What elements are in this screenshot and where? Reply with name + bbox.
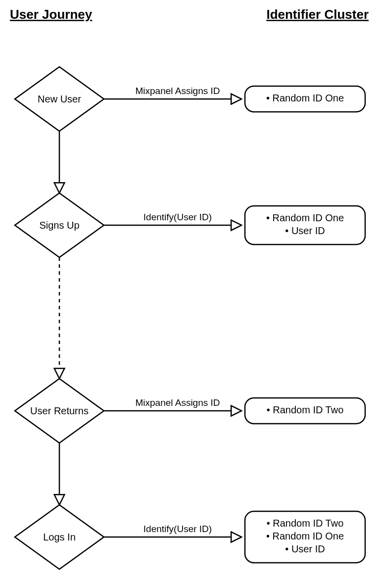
heading-identifier-cluster: Identifier Cluster (266, 7, 369, 22)
arrow-label-edge-user-returns: Mixpanel Assigns ID (135, 397, 220, 408)
cluster-item: • Random ID One (266, 531, 344, 541)
diamond-label-signs-up: Signs Up (39, 220, 79, 231)
cluster-item: • User ID (285, 543, 325, 554)
cluster-item: • User ID (285, 225, 325, 236)
arrow-label-edge-signs-up: Identify(User ID) (143, 212, 212, 222)
flow-diagram: User JourneyIdentifier ClusterNew UserSi… (0, 0, 380, 588)
arrow-label-edge-logs-in: Identify(User ID) (143, 524, 212, 534)
cluster-item: • Random ID Two (267, 404, 344, 415)
diamond-label-new-user: New User (38, 94, 81, 104)
cluster-item: • Random ID Two (267, 518, 344, 529)
arrow-label-edge-new-user: Mixpanel Assigns ID (135, 86, 220, 96)
diamond-label-user-returns: User Returns (30, 405, 89, 416)
cluster-item: • Random ID One (266, 93, 344, 103)
diamond-label-logs-in: Logs In (43, 532, 76, 542)
cluster-item: • Random ID One (266, 212, 344, 223)
heading-user-journey: User Journey (10, 7, 93, 22)
